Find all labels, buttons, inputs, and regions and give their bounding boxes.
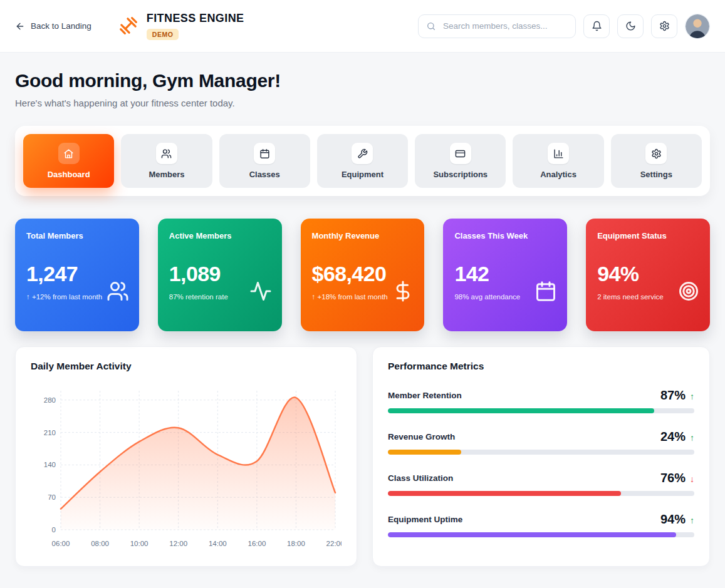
progress-track — [388, 450, 694, 455]
tab-dashboard[interactable]: Dashboard — [23, 134, 114, 188]
trend-up-icon: ↑ — [690, 391, 694, 401]
svg-text:210: 210 — [44, 429, 56, 436]
progress-fill — [388, 450, 461, 455]
progress-track — [388, 491, 694, 496]
metric-label: Equipment Uptime — [388, 515, 462, 524]
metric-row-revenue-growth: Revenue Growth 24%↑ — [388, 430, 694, 455]
progress-fill — [388, 491, 621, 496]
svg-text:12:00: 12:00 — [169, 540, 187, 547]
activity-chart: 07014021028006:0008:0010:0012:0014:0016:… — [32, 382, 342, 552]
brand: FITNESS ENGINE DEMO — [117, 12, 244, 40]
stat-card-active-members: Active Members 1,089 87% retention rate — [158, 219, 282, 331]
dollar-icon — [392, 280, 414, 302]
progress-track — [388, 532, 694, 537]
trend-up-icon: ↑ — [312, 293, 316, 301]
svg-text:280: 280 — [44, 396, 56, 404]
progress-fill — [388, 408, 654, 413]
tab-members[interactable]: Members — [121, 134, 212, 188]
stat-card-classes-this-week: Classes This Week 142 98% avg attendance — [443, 219, 567, 331]
svg-text:06:00: 06:00 — [52, 540, 70, 547]
topbar: Back to Landing FITNESS ENGINE DEMO — [0, 0, 725, 53]
users-icon — [107, 280, 129, 302]
bottom-row: Daily Member Activity 07014021028006:000… — [15, 346, 710, 567]
search-box — [418, 14, 576, 38]
svg-text:10:00: 10:00 — [130, 540, 149, 547]
back-label: Back to Landing — [31, 21, 91, 31]
tab-subscriptions[interactable]: Subscriptions — [415, 134, 506, 188]
stat-subtext: 2 items need service — [597, 292, 677, 302]
tab-analytics[interactable]: Analytics — [513, 134, 603, 188]
svg-text:70: 70 — [48, 493, 56, 501]
bar-chart-icon — [548, 143, 569, 164]
trend-down-icon: ↓ — [690, 474, 694, 484]
stat-subtext: ↑ +18% from last month — [312, 292, 392, 302]
performance-metrics-panel: Performance Metrics Member Retention 87%… — [372, 346, 710, 567]
metric-row-class-utilization: Class Utilization 76%↓ — [388, 471, 694, 496]
metric-value: 24% — [660, 430, 686, 444]
svg-text:16:00: 16:00 — [248, 540, 266, 547]
dashboard-nav: Dashboard Members Classes Equipment Subs… — [15, 126, 710, 196]
credit-card-icon — [450, 143, 471, 164]
users-icon — [156, 143, 177, 164]
avatar[interactable] — [685, 14, 710, 39]
metric-value: 76% — [660, 471, 686, 485]
svg-text:18:00: 18:00 — [287, 540, 305, 547]
svg-text:0: 0 — [52, 526, 56, 534]
stat-title: Monthly Revenue — [312, 231, 414, 240]
stat-title: Equipment Status — [597, 231, 699, 240]
svg-text:140: 140 — [44, 461, 56, 468]
stat-card-equipment-status: Equipment Status 94% 2 items need servic… — [586, 219, 710, 331]
page-subtitle: Here's what's happening at your fitness … — [15, 98, 710, 108]
brand-name: FITNESS ENGINE — [147, 12, 244, 25]
tab-classes[interactable]: Classes — [219, 134, 310, 188]
metric-label: Revenue Growth — [388, 432, 455, 441]
search-input[interactable] — [442, 21, 568, 31]
stats-row: Total Members 1,247 ↑ +12% from last mon… — [15, 219, 710, 331]
svg-text:08:00: 08:00 — [91, 540, 109, 547]
metric-label: Member Retention — [388, 391, 462, 400]
activity-icon — [249, 280, 272, 302]
home-icon — [58, 143, 80, 164]
tab-settings[interactable]: Settings — [611, 134, 702, 188]
stat-card-monthly-revenue: Monthly Revenue $68,420 ↑ +18% from last… — [301, 219, 425, 331]
metric-value: 94% — [660, 512, 686, 527]
demo-badge: DEMO — [147, 29, 179, 40]
svg-text:14:00: 14:00 — [209, 540, 227, 547]
activity-chart-container: 07014021028006:0008:0010:0012:0014:0016:… — [31, 382, 342, 552]
stat-title: Total Members — [26, 231, 128, 240]
progress-track — [388, 408, 694, 413]
daily-activity-panel: Daily Member Activity 07014021028006:000… — [15, 346, 357, 567]
moon-icon — [625, 21, 636, 31]
dumbbell-logo-icon — [117, 14, 140, 38]
notifications-button[interactable] — [583, 14, 610, 38]
metric-value: 87% — [660, 388, 686, 403]
metric-row-equipment-uptime: Equipment Uptime 94%↑ — [388, 512, 694, 537]
back-arrow-icon — [15, 21, 25, 31]
stat-subtext: 87% retention rate — [169, 292, 249, 302]
bell-icon — [592, 21, 602, 31]
trend-up-icon: ↑ — [690, 433, 694, 443]
metric-row-member-retention: Member Retention 87%↑ — [388, 388, 694, 413]
dark-mode-toggle[interactable] — [617, 14, 644, 38]
back-to-landing-button[interactable]: Back to Landing — [15, 21, 91, 31]
stat-title: Active Members — [169, 231, 271, 240]
target-icon — [677, 280, 700, 302]
progress-fill — [388, 532, 676, 537]
panel-title: Performance Metrics — [388, 361, 694, 372]
stat-subtext: 98% avg attendance — [454, 292, 535, 302]
stat-card-total-members: Total Members 1,247 ↑ +12% from last mon… — [15, 219, 139, 331]
stat-subtext: ↑ +12% from last month — [26, 292, 107, 302]
tab-equipment[interactable]: Equipment — [317, 134, 408, 188]
calendar-icon — [535, 280, 557, 302]
trend-up-icon: ↑ — [26, 293, 30, 301]
wrench-icon — [352, 143, 373, 164]
search-icon — [426, 21, 436, 31]
gear-icon — [659, 21, 670, 31]
gear-icon — [645, 143, 667, 164]
settings-button[interactable] — [651, 14, 677, 38]
svg-text:22:00: 22:00 — [326, 540, 342, 547]
page-title: Good morning, Gym Manager! — [15, 70, 710, 91]
main-content: Good morning, Gym Manager! Here's what's… — [0, 53, 725, 567]
trend-up-icon: ↑ — [690, 515, 694, 525]
stat-title: Classes This Week — [454, 231, 556, 240]
